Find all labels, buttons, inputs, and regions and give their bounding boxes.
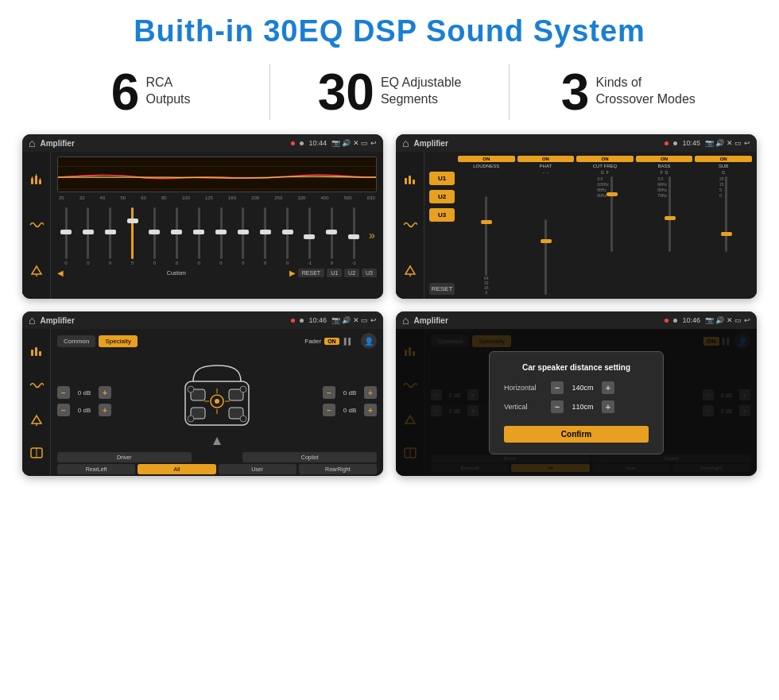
eq-slider-2[interactable]: 0 <box>81 207 95 265</box>
fader-copilot-btn[interactable]: Copilot <box>242 452 377 462</box>
eq-u3-btn[interactable]: U3 <box>362 269 377 277</box>
fader-app-name: Amplifier <box>40 316 286 325</box>
fader-status-bar: ⌂ Amplifier 10:46 📷 🔊 ✕ ▭ ↩ <box>22 311 383 329</box>
dialog-dot <box>673 319 677 323</box>
fader-rearright-minus[interactable]: − <box>323 404 335 416</box>
fader-sidebar-icon-1[interactable] <box>27 342 46 362</box>
svg-marker-20 <box>32 416 41 423</box>
bass-slider[interactable] <box>669 176 671 252</box>
eq-slider-8[interactable]: 0 <box>214 207 228 265</box>
eq-prev-btn[interactable]: ◀ <box>57 269 64 277</box>
fader-user-icon[interactable]: 👤 <box>361 333 377 349</box>
vertical-value: 110cm <box>567 403 599 411</box>
confirm-button[interactable]: Confirm <box>504 426 649 443</box>
eq-rec-dot <box>291 141 295 145</box>
eq-slider-5[interactable]: 0 <box>147 207 161 265</box>
fader-copilot-minus[interactable]: − <box>323 386 335 399</box>
horizontal-plus-btn[interactable]: + <box>602 381 614 394</box>
fader-all-btn[interactable]: All <box>138 464 215 474</box>
crossover-u3-btn[interactable]: U3 <box>429 208 455 222</box>
svg-point-35 <box>188 386 194 393</box>
eq-sidebar-icon-3[interactable] <box>27 261 46 280</box>
eq-play-dot <box>300 141 304 145</box>
fader-driver-db-row: − 0 dB + <box>57 386 111 399</box>
vertical-label: Vertical <box>504 403 548 411</box>
fader-copilot-plus[interactable]: + <box>364 386 377 399</box>
fader-sidebar-icon-2[interactable] <box>27 376 46 395</box>
eq-status-icons: 📷 🔊 ✕ ▭ ↩ <box>331 139 377 147</box>
fader-time: 10:46 <box>308 316 327 324</box>
fader-home-icon[interactable]: ⌂ <box>29 314 35 327</box>
svg-point-36 <box>240 386 246 393</box>
fader-rear-right-db-row: − 0 dB + <box>323 404 377 416</box>
eq-slider-11[interactable]: 0 <box>281 207 295 265</box>
eq-slider-4[interactable]: 5 <box>126 207 140 265</box>
fader-rearright-btn[interactable]: RearRight <box>299 464 377 474</box>
fader-rearleft-minus[interactable]: − <box>57 404 70 416</box>
fader-sidebar-icon-3[interactable] <box>27 410 46 429</box>
channel-phat: ON PHAT ~~ <box>517 156 575 295</box>
eq-slider-9[interactable]: 0 <box>236 207 250 265</box>
eq-slider-7[interactable]: 0 <box>192 207 206 265</box>
eq-sidebar <box>22 152 51 299</box>
eq-reset-btn[interactable]: RESET <box>298 269 324 277</box>
crossover-sidebar-icon-1[interactable] <box>401 171 420 190</box>
eq-u2-btn[interactable]: U2 <box>344 269 359 277</box>
eq-sidebar-icon-1[interactable] <box>27 171 46 190</box>
fader-speaker-layout: − 0 dB + − 0 dB + <box>57 354 377 449</box>
sub-slider[interactable] <box>725 176 727 252</box>
phat-slider[interactable] <box>545 219 547 295</box>
eq-slider-13[interactable]: 0 <box>324 207 339 265</box>
cutfreq-slider[interactable] <box>610 176 613 252</box>
fader-driver-plus[interactable]: + <box>99 386 111 399</box>
crossover-sidebar-icon-2[interactable] <box>401 215 420 234</box>
dialog-bg-screen-body: Common Specialty ON ▌▌ 👤 − 0 dB + <box>396 329 757 476</box>
fader-user-btn[interactable]: User <box>219 464 296 474</box>
fader-driver-btn[interactable]: Driver <box>57 452 192 462</box>
fader-driver-minus[interactable]: − <box>57 386 70 399</box>
eq-screen: ⌂ Amplifier 10:44 📷 🔊 ✕ ▭ ↩ <box>22 134 383 299</box>
eq-slider-12[interactable]: -1 <box>302 207 316 265</box>
eq-preset-label: Custom <box>66 270 287 276</box>
eq-screen-body: 25 32 40 50 63 80 100 125 160 200 250 32… <box>22 152 383 299</box>
crossover-reset-btn[interactable]: RESET <box>429 283 455 295</box>
crossover-sidebar-icon-3[interactable] <box>401 261 420 280</box>
crossover-sidebar <box>396 152 424 299</box>
fader-empty-btn <box>194 455 241 460</box>
vertical-minus-btn[interactable]: − <box>551 400 564 413</box>
crossover-u1-btn[interactable]: U1 <box>429 172 455 185</box>
fader-sidebar-icon-4[interactable] <box>27 443 46 462</box>
eq-slider-14[interactable]: -1 <box>347 207 361 265</box>
fader-rearleft-btn[interactable]: RearLeft <box>57 464 135 474</box>
eq-slider-6[interactable]: 0 <box>169 207 184 265</box>
fader-rearright-plus[interactable]: + <box>364 404 377 416</box>
stat-divider-2 <box>509 64 510 120</box>
eq-home-icon[interactable]: ⌂ <box>29 137 35 149</box>
crossover-app-name: Amplifier <box>413 139 660 148</box>
svg-rect-18 <box>35 347 37 356</box>
crossover-home-icon[interactable]: ⌂ <box>402 137 409 149</box>
fader-specialty-tab[interactable]: Specialty <box>99 335 137 347</box>
channel-cutfreq-header: ON <box>576 156 634 162</box>
fader-rearleft-plus[interactable]: + <box>99 404 111 416</box>
eq-chevron-right[interactable]: » <box>369 229 375 242</box>
loudness-slider[interactable] <box>485 196 487 276</box>
eq-play-btn[interactable]: ▶ <box>289 269 296 277</box>
fader-tabs-row: Common Specialty Fader ON ▌▌ 👤 <box>57 333 377 349</box>
vertical-row: Vertical − 110cm + <box>504 400 649 413</box>
eq-slider-1[interactable]: 0 <box>59 207 73 265</box>
fader-common-tab[interactable]: Common <box>57 335 95 347</box>
fader-status-icons: 📷 🔊 ✕ ▭ ↩ <box>331 316 377 324</box>
vertical-plus-btn[interactable]: + <box>602 400 614 413</box>
crossover-u2-btn[interactable]: U2 <box>429 190 455 203</box>
channel-cutfreq-label: CUT FREQ <box>593 164 618 168</box>
dialog-home-icon[interactable]: ⌂ <box>402 314 409 327</box>
horizontal-minus-btn[interactable]: − <box>551 381 564 394</box>
eq-sidebar-icon-2[interactable] <box>27 215 46 234</box>
channel-bass-label: BASS <box>658 164 671 168</box>
eq-slider-3[interactable]: 0 <box>103 207 118 265</box>
eq-u1-btn[interactable]: U1 <box>327 269 342 277</box>
eq-slider-10[interactable]: 0 <box>258 207 273 265</box>
svg-rect-1 <box>35 176 37 184</box>
horizontal-label: Horizontal <box>504 384 548 392</box>
